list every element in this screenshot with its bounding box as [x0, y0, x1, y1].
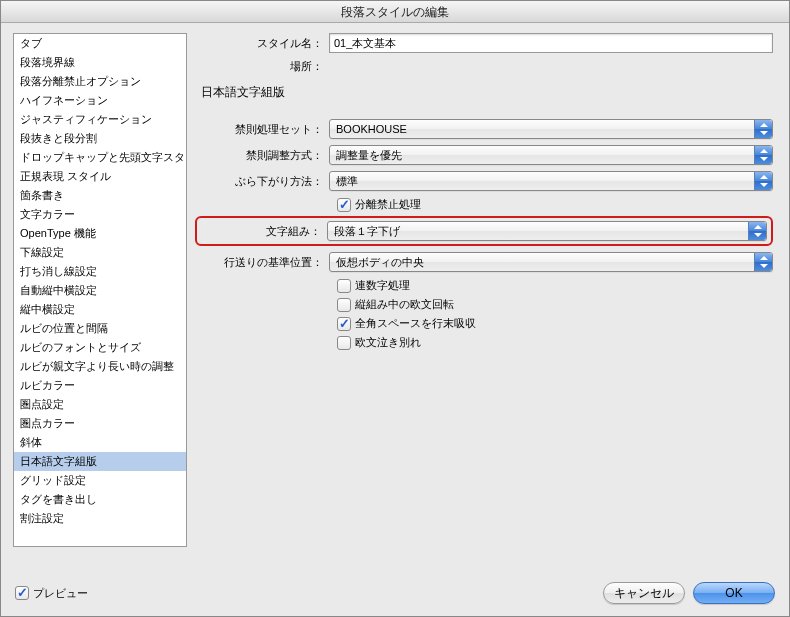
sidebar-item[interactable]: タブ — [14, 34, 186, 53]
preview-checkbox[interactable] — [15, 586, 29, 600]
select-value: 段落１字下げ — [334, 225, 400, 237]
tategumi-rotate-label: 縦組み中の欧文回転 — [355, 297, 454, 312]
sidebar-item[interactable]: ルビカラー — [14, 376, 186, 395]
chevron-updown-icon — [754, 253, 772, 271]
location-label: 場所： — [199, 59, 329, 74]
sidebar-item[interactable]: 正規表現 スタイル — [14, 167, 186, 186]
sidebar-item[interactable]: グリッド設定 — [14, 471, 186, 490]
sidebar-item[interactable]: 打ち消し線設定 — [14, 262, 186, 281]
sidebar-item[interactable]: タグを書き出し — [14, 490, 186, 509]
zenkaku-space-checkbox[interactable] — [337, 317, 351, 331]
burasagari-row: ぶら下がり方法： 標準 — [199, 171, 773, 191]
zenkaku-space-row: 全角スペースを行末吸収 — [337, 316, 773, 331]
chevron-updown-icon — [754, 120, 772, 138]
tategumi-rotate-checkbox[interactable] — [337, 298, 351, 312]
mojikumi-select[interactable]: 段落１字下げ — [327, 221, 767, 241]
sidebar-item[interactable]: ルビの位置と間隔 — [14, 319, 186, 338]
ok-button[interactable]: OK — [693, 582, 775, 604]
kinsoku-adjust-label: 禁則調整方式： — [199, 148, 329, 163]
dialog-title: 段落スタイルの編集 — [1, 1, 789, 23]
oubun-wakare-label: 欧文泣き別れ — [355, 335, 421, 350]
kinsoku-set-label: 禁則処理セット： — [199, 122, 329, 137]
sidebar-item[interactable]: 圏点カラー — [14, 414, 186, 433]
bunri-kinshi-checkbox[interactable] — [337, 198, 351, 212]
select-value: 調整量を優先 — [336, 149, 402, 161]
rensuji-row: 連数字処理 — [337, 278, 773, 293]
gyookuri-select[interactable]: 仮想ボディの中央 — [329, 252, 773, 272]
sidebar-item[interactable]: 割注設定 — [14, 509, 186, 528]
sidebar-item[interactable]: 斜体 — [14, 433, 186, 452]
sidebar-item[interactable]: ルビが親文字より長い時の調整 — [14, 357, 186, 376]
sidebar-item[interactable]: 縦中横設定 — [14, 300, 186, 319]
select-value: 標準 — [336, 175, 358, 187]
mojikumi-row: 文字組み： 段落１字下げ — [201, 221, 767, 241]
mojikumi-label: 文字組み： — [201, 224, 327, 239]
tategumi-rotate-row: 縦組み中の欧文回転 — [337, 297, 773, 312]
sidebar-item[interactable]: ルビのフォントとサイズ — [14, 338, 186, 357]
oubun-wakare-checkbox[interactable] — [337, 336, 351, 350]
chevron-updown-icon — [754, 172, 772, 190]
dialog-body: タブ段落境界線段落分離禁止オプションハイフネーションジャスティフィケーション段抜… — [1, 23, 789, 572]
kinsoku-adjust-row: 禁則調整方式： 調整量を優先 — [199, 145, 773, 165]
sidebar-item[interactable]: 日本語文字組版 — [14, 452, 186, 471]
dialog: 段落スタイルの編集 タブ段落境界線段落分離禁止オプションハイフネーションジャステ… — [0, 0, 790, 617]
gyookuri-label: 行送りの基準位置： — [199, 255, 329, 270]
sidebar-item[interactable]: ドロップキャップと先頭文字スタイル — [14, 148, 186, 167]
bunri-kinshi-row: 分離禁止処理 — [337, 197, 773, 212]
location-row: 場所： — [199, 59, 773, 74]
select-value: BOOKHOUSE — [336, 123, 407, 135]
mojikumi-highlight: 文字組み： 段落１字下げ — [195, 216, 773, 246]
kinsoku-set-row: 禁則処理セット： BOOKHOUSE — [199, 119, 773, 139]
zenkaku-space-label: 全角スペースを行末吸収 — [355, 316, 476, 331]
preview-label: プレビュー — [33, 586, 88, 601]
sidebar-item[interactable]: 段抜きと段分割 — [14, 129, 186, 148]
burasagari-select[interactable]: 標準 — [329, 171, 773, 191]
sidebar-item[interactable]: 自動縦中横設定 — [14, 281, 186, 300]
kinsoku-adjust-select[interactable]: 調整量を優先 — [329, 145, 773, 165]
dialog-footer: プレビュー キャンセル OK — [1, 572, 789, 616]
chevron-updown-icon — [748, 222, 766, 240]
sidebar-item[interactable]: 箇条書き — [14, 186, 186, 205]
cancel-button[interactable]: キャンセル — [603, 582, 685, 604]
rensuji-label: 連数字処理 — [355, 278, 410, 293]
style-name-input[interactable] — [329, 33, 773, 53]
kinsoku-set-select[interactable]: BOOKHOUSE — [329, 119, 773, 139]
sidebar-item[interactable]: OpenType 機能 — [14, 224, 186, 243]
sidebar-item[interactable]: 段落境界線 — [14, 53, 186, 72]
oubun-wakare-row: 欧文泣き別れ — [337, 335, 773, 350]
sidebar-item[interactable]: 段落分離禁止オプション — [14, 72, 186, 91]
style-name-row: スタイル名： — [199, 33, 773, 53]
chevron-updown-icon — [754, 146, 772, 164]
category-sidebar[interactable]: タブ段落境界線段落分離禁止オプションハイフネーションジャスティフィケーション段抜… — [13, 33, 187, 547]
burasagari-label: ぶら下がり方法： — [199, 174, 329, 189]
preview-row: プレビュー — [15, 586, 88, 601]
gyookuri-row: 行送りの基準位置： 仮想ボディの中央 — [199, 252, 773, 272]
sidebar-item[interactable]: 文字カラー — [14, 205, 186, 224]
rensuji-checkbox[interactable] — [337, 279, 351, 293]
bunri-kinshi-label: 分離禁止処理 — [355, 197, 421, 212]
sidebar-item[interactable]: 下線設定 — [14, 243, 186, 262]
main-panel: スタイル名： 場所： 日本語文字組版 禁則処理セット： BOOKHOUSE 禁則… — [199, 33, 777, 572]
section-title: 日本語文字組版 — [201, 84, 773, 101]
select-value: 仮想ボディの中央 — [336, 256, 424, 268]
sidebar-item[interactable]: ハイフネーション — [14, 91, 186, 110]
sidebar-item[interactable]: 圏点設定 — [14, 395, 186, 414]
sidebar-item[interactable]: ジャスティフィケーション — [14, 110, 186, 129]
style-name-label: スタイル名： — [199, 36, 329, 51]
